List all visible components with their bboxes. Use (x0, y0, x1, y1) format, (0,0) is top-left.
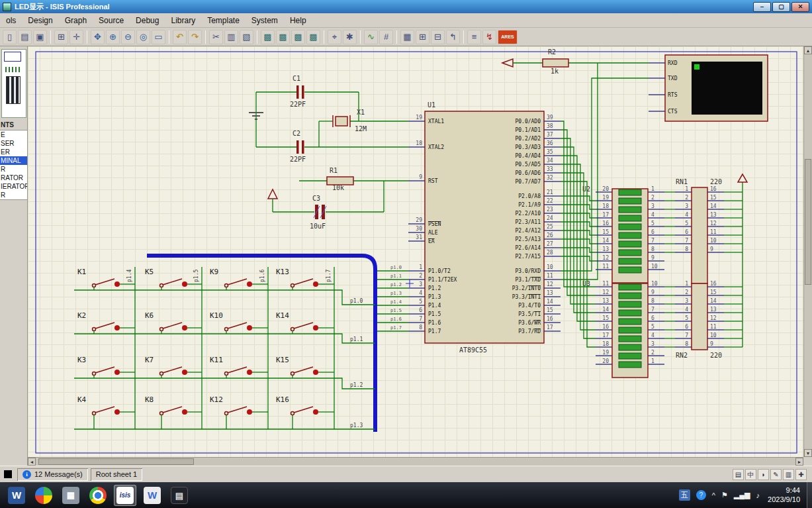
power-terminal[interactable] (738, 174, 747, 182)
r2-body[interactable] (543, 59, 568, 67)
selector-item-r[interactable]: R (0, 191, 27, 199)
design-explorer-button[interactable]: ▦ (400, 30, 414, 44)
network-icon[interactable]: ▂▄▆ (734, 491, 750, 499)
tools-icon[interactable]: ✚ (795, 469, 807, 480)
doc-icon[interactable]: ▤ (733, 469, 744, 480)
taskbar-app-wps[interactable]: W (141, 485, 163, 506)
c1-plate[interactable] (296, 85, 299, 99)
key-k9[interactable] (225, 279, 253, 287)
menu-ols[interactable]: ols (0, 15, 22, 26)
copy-button[interactable]: ▥ (224, 30, 238, 44)
zoom-all-button[interactable]: ◎ (136, 30, 150, 44)
scroll-down-arrow[interactable]: ▼ (804, 449, 812, 457)
menu-template[interactable]: Template (201, 15, 246, 26)
selector-item-ierator[interactable]: IERATOR (0, 182, 27, 191)
key-k10[interactable] (225, 323, 253, 331)
show-desktop-button[interactable] (807, 482, 812, 508)
search-tag-button[interactable]: # (379, 30, 393, 44)
taskbar-app-chrome[interactable] (87, 485, 109, 506)
keypad-row-wire[interactable] (74, 378, 375, 389)
menu-debug[interactable]: Debug (130, 15, 165, 26)
left-terminal[interactable] (502, 59, 513, 67)
key-k4[interactable] (93, 407, 120, 415)
c2-plate[interactable] (296, 140, 299, 154)
p0-bus-wire[interactable] (561, 121, 596, 287)
key-k2[interactable] (93, 323, 120, 331)
schematic-canvas[interactable]: U1AT89C5519XTAL118XTAL29RST29PSEN30ALE31… (28, 46, 803, 457)
key-k3[interactable] (93, 367, 120, 376)
grid-toggle-button[interactable]: ⊞ (54, 30, 68, 44)
selector-item-rator[interactable]: RATOR (0, 174, 27, 182)
lang-chinese-icon[interactable]: 中 (745, 469, 756, 480)
menu-source[interactable]: Source (93, 15, 130, 26)
scroll-right-arrow[interactable]: ► (795, 458, 803, 466)
find-and-edit-button[interactable]: ✱ (343, 30, 357, 44)
message-panel[interactable]: i 12 Message(s) (17, 468, 88, 481)
p2-bus-wire[interactable] (561, 230, 596, 235)
save-design-button[interactable]: ▣ (33, 30, 47, 44)
netlist-to-ares-button[interactable]: ARES (498, 30, 518, 44)
c2-plate[interactable] (302, 140, 304, 154)
redo-button[interactable]: ↷ (188, 30, 202, 44)
taskbar-app-calculator[interactable]: ▦ (60, 485, 82, 506)
horizontal-scrollbar[interactable]: ◄ ► (28, 457, 803, 466)
p2-bus-wire[interactable] (561, 256, 596, 261)
scroll-up-arrow[interactable]: ▲ (804, 46, 812, 54)
rn2-body[interactable] (692, 283, 707, 350)
cut-button[interactable]: ✂ (209, 30, 223, 44)
key-k5[interactable] (160, 279, 188, 287)
tray-expand[interactable]: ^ (712, 491, 715, 499)
menu-design[interactable]: Design (22, 15, 58, 26)
goto-parent-button[interactable]: ↰ (446, 30, 460, 44)
key-k13[interactable] (291, 279, 319, 287)
ime-wubi[interactable]: 五 (679, 489, 690, 501)
p0-bus-wire[interactable] (561, 156, 596, 321)
remove-sheet-button[interactable]: ⊟ (431, 30, 445, 44)
taskbar-clock[interactable]: 9:44 2023/9/10 (768, 486, 804, 505)
key-k16[interactable] (291, 407, 319, 415)
power-terminal[interactable] (268, 189, 277, 199)
key-k12[interactable] (225, 407, 253, 415)
key-k6[interactable] (160, 323, 188, 331)
menu-help[interactable]: Help (284, 15, 312, 26)
block-rotate-button[interactable]: ▩ (291, 30, 305, 44)
h-scroll-thumb[interactable] (38, 458, 194, 465)
key-k7[interactable] (160, 367, 188, 376)
stop-indicator[interactable] (4, 470, 12, 478)
close-button[interactable]: ✕ (791, 2, 809, 12)
taskbar-app-word[interactable]: W (5, 485, 28, 506)
paste-button[interactable]: ▧ (240, 30, 253, 44)
key-k14[interactable] (291, 323, 319, 331)
wire-autorouter-button[interactable]: ∿ (364, 30, 378, 44)
scroll-left-arrow[interactable]: ◄ (28, 458, 36, 466)
zoom-in-button[interactable]: ⊕ (106, 30, 120, 44)
zoom-out-button[interactable]: ⊖ (121, 30, 135, 44)
p2-bus-wire[interactable] (561, 213, 596, 218)
x1-body[interactable] (336, 117, 347, 126)
origin-button[interactable]: ✛ (69, 30, 83, 44)
undo-button[interactable]: ↶ (173, 30, 187, 44)
key-k1[interactable] (93, 279, 120, 287)
flag-icon[interactable]: ⚑ (721, 491, 728, 499)
new-file-button[interactable]: ▯ (3, 30, 17, 44)
taskbar-app-media-player[interactable]: ▤ (168, 485, 191, 506)
p0-bus-wire[interactable] (561, 147, 596, 313)
p2-bus-wire[interactable] (561, 248, 596, 252)
menu-library[interactable]: Library (165, 15, 201, 26)
open-design-button[interactable]: ▤ (18, 30, 32, 44)
minimize-button[interactable]: ‒ (753, 2, 771, 12)
block-delete-button[interactable]: ▩ (306, 30, 320, 44)
pen-icon[interactable]: ✎ (770, 469, 782, 480)
v-scroll-thumb[interactable] (805, 159, 811, 285)
zoom-area-button[interactable]: ▭ (152, 30, 165, 44)
vertical-scrollbar[interactable]: ▲ ▼ (803, 46, 812, 457)
new-sheet-button[interactable]: ⊞ (416, 30, 429, 44)
menu-graph[interactable]: Graph (59, 15, 93, 26)
half-moon-icon[interactable]: ◗ (758, 469, 769, 480)
block-move-button[interactable]: ▩ (276, 30, 290, 44)
key-k8[interactable] (160, 407, 188, 415)
maximize-button[interactable]: ▢ (772, 2, 790, 12)
c1-plate[interactable] (302, 85, 304, 99)
electrical-check-button[interactable]: ↯ (482, 30, 496, 44)
p0-bus-wire[interactable] (561, 164, 596, 330)
